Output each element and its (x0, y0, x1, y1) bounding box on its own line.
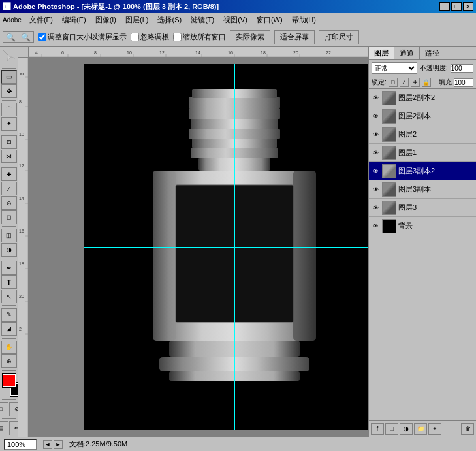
ruler-v-svg: 6 8 10 12 14 16 18 20 2 (18, 58, 28, 437)
standard-mode-button[interactable]: □ (0, 402, 8, 416)
optionsbar: 🔍 🔍 调整窗口大小以满屏显示 忽略调板 缩放所有窗口 实际像素 适合屏幕 打印… (0, 27, 476, 47)
layer-row[interactable]: 👁 图层3 (369, 199, 476, 217)
tab-layers[interactable]: 图层 (369, 47, 394, 59)
svg-text:14: 14 (19, 196, 24, 201)
layer-row[interactable]: 👁 图层2副本2 (369, 89, 476, 107)
layers-lock: 锁定: □ ∕ ✚ 🔒 填充 (369, 76, 476, 89)
close-button[interactable]: × (463, 2, 473, 11)
next-page-button[interactable]: ► (54, 440, 63, 449)
titlebar-controls[interactable]: ─ □ × (439, 2, 473, 11)
menu-file[interactable]: 文件(F) (25, 14, 57, 26)
prev-page-button[interactable]: ◄ (43, 440, 52, 449)
svg-text:10: 10 (127, 50, 132, 55)
layer-row-background[interactable]: 👁 背景 (369, 217, 476, 235)
menu-image[interactable]: 图像(I) (91, 14, 120, 26)
color-picker[interactable] (1, 374, 18, 396)
layers-tabs: 图层 通道 路径 (369, 47, 476, 60)
zoom-out-button[interactable]: 🔍 (4, 33, 18, 42)
fullscreen-button[interactable]: ⇔ (9, 421, 18, 435)
ruler-left: 6 8 10 12 14 16 18 20 2 (18, 58, 29, 437)
hand-tool[interactable]: ✋ (1, 341, 17, 354)
clone-tool[interactable]: ⊙ (1, 196, 17, 210)
dodge-tool[interactable]: ◑ (1, 243, 17, 257)
delete-layer-button[interactable]: 🗑 (461, 423, 474, 435)
menu-edit[interactable]: 编辑(E) (58, 14, 90, 26)
lock-all-button[interactable]: 🔒 (422, 78, 431, 87)
quickmask-mode-button[interactable]: ⊘ (9, 402, 18, 416)
maximize-button[interactable]: □ (451, 2, 462, 11)
horizontal-guide (84, 247, 368, 248)
lock-position-button[interactable]: ✚ (411, 78, 420, 87)
tab-channels[interactable]: 通道 (394, 47, 420, 59)
lasso-tool[interactable]: ⌒ (1, 103, 17, 116)
layer-visibility-toggle[interactable]: 👁 (371, 93, 380, 103)
foreground-color-swatch[interactable] (3, 374, 16, 387)
layer-visibility-toggle[interactable]: 👁 (371, 222, 380, 231)
fit-screen-button[interactable]: 适合屏幕 (274, 30, 315, 44)
lock-image-button[interactable]: ∕ (400, 78, 409, 87)
path-select-tool[interactable]: ↖ (1, 290, 17, 303)
notes-tool[interactable]: ✎ (1, 308, 17, 322)
crop-tool[interactable]: ⊡ (1, 135, 17, 149)
menu-help[interactable]: 帮助(H) (288, 14, 320, 26)
actual-pixels-button[interactable]: 实际像素 (230, 30, 270, 44)
titlebar: 🅰 Adobe Photoshop - [未标题-1 @ 100% (图层 3 … (0, 0, 476, 13)
layer-visibility-toggle[interactable]: 👁 (371, 148, 380, 158)
blend-mode-select[interactable]: 正常 溶解 正片叠底 滤色 (372, 62, 417, 74)
new-group-button[interactable]: 📁 (414, 423, 427, 435)
lock-transparent-button[interactable]: □ (389, 78, 398, 87)
layer-name: 图层3 (398, 203, 474, 212)
ps-logo-icon (1, 48, 18, 65)
resize-window-checkbox[interactable]: 调整窗口大小以满屏显示 (38, 32, 127, 42)
slice-tool[interactable]: ⋈ (1, 150, 17, 163)
screen-mode-button[interactable]: ▤ (0, 421, 8, 435)
svg-text:18: 18 (19, 261, 24, 266)
svg-text:8: 8 (19, 99, 22, 104)
pen-tool[interactable]: ✒ (1, 261, 17, 275)
menu-window[interactable]: 窗口(W) (253, 14, 287, 26)
layers-options: 正常 溶解 正片叠底 滤色 不透明度: (369, 60, 476, 76)
add-mask-button[interactable]: □ (385, 423, 398, 435)
new-layer-button[interactable]: + (428, 423, 441, 435)
move-tool[interactable]: ✥ (1, 84, 17, 98)
zoom-input[interactable]: 100% (4, 439, 37, 450)
eyedropper-tool[interactable]: ◢ (1, 322, 17, 336)
zoom-in-button[interactable]: 🔍 (19, 33, 33, 42)
layer-visibility-toggle[interactable]: 👁 (371, 167, 380, 176)
layer-visibility-toggle[interactable]: 👁 (371, 112, 380, 121)
layer-visibility-toggle[interactable]: 👁 (371, 185, 380, 194)
type-tool[interactable]: T (1, 275, 17, 289)
opacity-input[interactable] (451, 64, 473, 73)
tab-paths[interactable]: 路径 (420, 47, 445, 59)
eraser-tool[interactable]: ◻ (1, 210, 17, 224)
screen-mode-buttons: ▤ ⇔ (0, 421, 18, 435)
heal-tool[interactable]: ✚ (1, 167, 17, 181)
magic-wand-tool[interactable]: ✦ (1, 117, 17, 131)
gradient-tool[interactable]: ◫ (1, 229, 17, 242)
minimize-button[interactable]: ─ (439, 2, 450, 11)
add-style-button[interactable]: f (371, 423, 384, 435)
layer-row[interactable]: 👁 图层1 (369, 144, 476, 162)
layer-thumbnail (382, 127, 396, 142)
menu-view[interactable]: 视图(V) (219, 14, 251, 26)
layer-row-selected[interactable]: 👁 图层3副本2 (369, 162, 476, 180)
menu-layer[interactable]: 图层(L) (121, 14, 152, 26)
layer-visibility-toggle[interactable]: 👁 (371, 130, 380, 139)
svg-text:18: 18 (261, 50, 266, 55)
layer-row[interactable]: 👁 图层3副本 (369, 180, 476, 199)
marquee-tool[interactable]: ▭ (1, 70, 17, 84)
brush-tool[interactable]: ∕ (1, 182, 17, 195)
titlebar-left: 🅰 Adobe Photoshop - [未标题-1 @ 100% (图层 3 … (3, 2, 219, 12)
zoom-tool[interactable]: ⊕ (1, 354, 17, 368)
new-adjustment-button[interactable]: ◑ (400, 423, 413, 435)
menu-filter[interactable]: 滤镜(T) (187, 14, 218, 26)
fill-input[interactable] (454, 78, 473, 87)
layer-row[interactable]: 👁 图层2副本 (369, 107, 476, 125)
ignore-palette-checkbox[interactable]: 忽略调板 (131, 32, 169, 42)
print-size-button[interactable]: 打印尺寸 (319, 30, 359, 44)
layer-visibility-toggle[interactable]: 👁 (371, 203, 380, 212)
layer-row[interactable]: 👁 图层2 (369, 125, 476, 144)
zoom-all-checkbox[interactable]: 缩放所有窗口 (173, 32, 226, 42)
menu-select[interactable]: 选择(S) (153, 14, 185, 26)
layer-name: 图层2 (398, 129, 474, 139)
